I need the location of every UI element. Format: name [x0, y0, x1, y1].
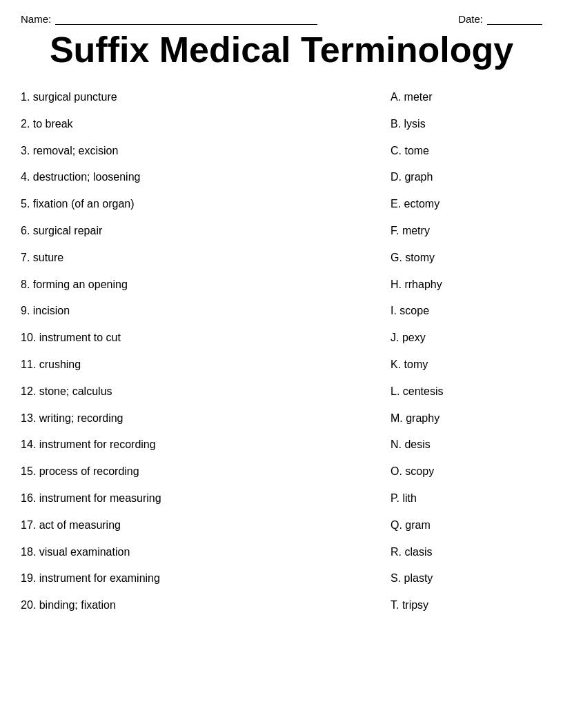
answer-item: A. meter	[391, 84, 542, 111]
question-item: 4. destruction; loosening	[21, 164, 391, 191]
answer-item: B. lysis	[391, 111, 542, 138]
question-item: 1. surgical puncture	[21, 84, 391, 111]
answer-item: L. centesis	[391, 378, 542, 405]
answer-item: D. graph	[391, 164, 542, 191]
answer-item: K. tomy	[391, 352, 542, 378]
question-item: 20. binding; fixation	[21, 592, 391, 619]
question-item: 19. instrument for examining	[21, 565, 391, 592]
questions-column: 1. surgical puncture2. to break3. remova…	[21, 84, 391, 619]
date-line	[487, 12, 542, 25]
question-item: 9. incision	[21, 298, 391, 325]
question-item: 7. suture	[21, 245, 391, 272]
page-title: Suffix Medical Terminology	[21, 29, 542, 70]
question-item: 5. fixation (of an organ)	[21, 191, 391, 218]
answer-item: T. tripsy	[391, 592, 542, 619]
answer-item: J. pexy	[391, 325, 542, 352]
question-item: 14. instrument for recording	[21, 432, 391, 458]
date-field: Date:	[458, 12, 542, 25]
answer-item: Q. gram	[391, 512, 542, 539]
name-label: Name:	[21, 13, 51, 25]
question-item: 12. stone; calculus	[21, 378, 391, 405]
question-item: 18. visual examination	[21, 539, 391, 566]
question-item: 11. crushing	[21, 352, 391, 378]
answer-item: I. scope	[391, 298, 542, 325]
answer-item: M. graphy	[391, 405, 542, 432]
name-field: Name:	[21, 12, 317, 25]
question-item: 10. instrument to cut	[21, 325, 391, 352]
answer-item: F. metry	[391, 218, 542, 245]
answer-item: N. desis	[391, 432, 542, 458]
name-line	[55, 12, 317, 25]
answers-column: A. meterB. lysisC. tomeD. graphE. ectomy…	[391, 84, 542, 619]
question-item: 15. process of recording	[21, 458, 391, 485]
question-item: 13. writing; recording	[21, 405, 391, 432]
answer-item: C. tome	[391, 138, 542, 165]
answer-item: G. stomy	[391, 245, 542, 272]
date-label: Date:	[458, 13, 483, 25]
header-row: Name: Date:	[21, 12, 542, 25]
question-item: 16. instrument for measuring	[21, 485, 391, 512]
question-item: 6. surgical repair	[21, 218, 391, 245]
content-area: 1. surgical puncture2. to break3. remova…	[21, 84, 542, 619]
answer-item: O. scopy	[391, 458, 542, 485]
question-item: 3. removal; excision	[21, 138, 391, 165]
answer-item: S. plasty	[391, 565, 542, 592]
question-item: 17. act of measuring	[21, 512, 391, 539]
question-item: 2. to break	[21, 111, 391, 138]
question-item: 8. forming an opening	[21, 272, 391, 299]
answer-item: E. ectomy	[391, 191, 542, 218]
answer-item: P. lith	[391, 485, 542, 512]
answer-item: R. clasis	[391, 539, 542, 566]
answer-item: H. rrhaphy	[391, 272, 542, 299]
